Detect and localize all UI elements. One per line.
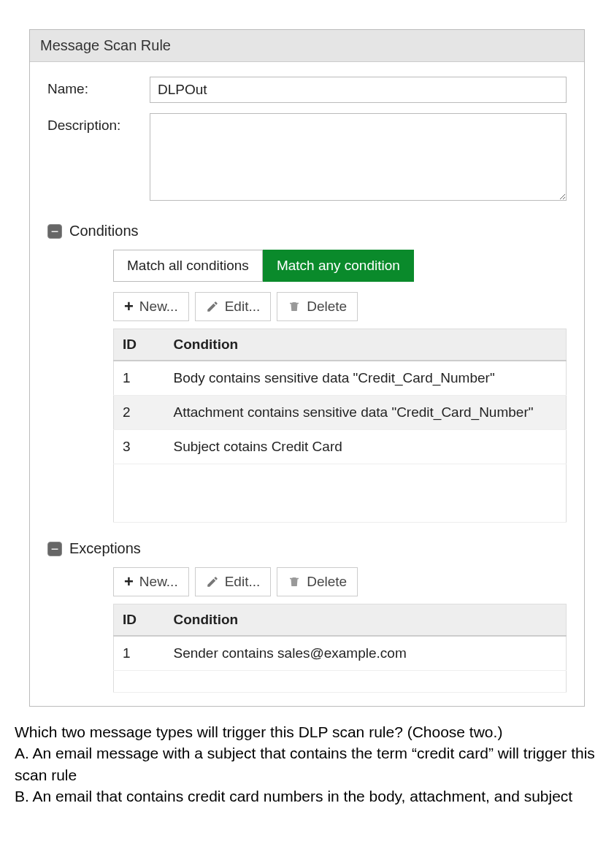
conditions-new-label: New... xyxy=(139,299,178,315)
cell-id: 1 xyxy=(114,636,165,671)
question-choice-b: B. An email that contains credit card nu… xyxy=(15,786,599,807)
conditions-section: − Conditions Match all conditions Match … xyxy=(30,218,584,536)
exceptions-new-button[interactable]: + New... xyxy=(113,567,189,596)
exceptions-table: ID Condition 1 Sender contains sales@exa… xyxy=(113,604,567,693)
table-row[interactable]: 1 Sender contains sales@example.com xyxy=(114,636,567,671)
plus-icon: + xyxy=(124,572,134,591)
match-mode-tabs: Match all conditions Match any condition xyxy=(113,250,567,282)
name-row: Name: xyxy=(47,77,567,103)
cell-condition: Sender contains sales@example.com xyxy=(165,636,567,671)
exceptions-delete-label: Delete xyxy=(307,574,347,590)
exceptions-body: + New... Edit... Delete xyxy=(113,567,567,693)
conditions-edit-button[interactable]: Edit... xyxy=(195,292,272,321)
cell-id: 3 xyxy=(114,430,165,464)
description-row: Description: xyxy=(47,113,567,201)
panel-title: Message Scan Rule xyxy=(30,30,584,62)
exceptions-header-row: ID Condition xyxy=(114,604,567,637)
trash-icon xyxy=(288,300,301,313)
conditions-delete-label: Delete xyxy=(307,299,347,315)
table-empty-space xyxy=(114,464,567,523)
exceptions-delete-button[interactable]: Delete xyxy=(277,567,358,596)
conditions-col-condition: Condition xyxy=(165,329,567,361)
exceptions-col-condition: Condition xyxy=(165,604,567,637)
name-label: Name: xyxy=(47,77,150,97)
question-block: Which two message types will trigger thi… xyxy=(15,721,599,807)
conditions-body: Match all conditions Match any condition… xyxy=(113,250,567,523)
cell-condition: Subject cotains Credit Card xyxy=(165,430,567,464)
pencil-icon xyxy=(206,300,219,313)
conditions-toolbar: + New... Edit... Delete xyxy=(113,292,567,321)
description-label: Description: xyxy=(47,113,150,134)
minus-icon[interactable]: − xyxy=(47,224,62,239)
exceptions-edit-label: Edit... xyxy=(225,574,261,590)
exceptions-title: Exceptions xyxy=(69,540,141,557)
table-row[interactable]: 1 Body contains sensitive data "Credit_C… xyxy=(114,361,567,396)
conditions-new-button[interactable]: + New... xyxy=(113,292,189,321)
conditions-title: Conditions xyxy=(69,223,139,239)
question-prompt: Which two message types will trigger thi… xyxy=(15,721,599,742)
conditions-edit-label: Edit... xyxy=(225,299,261,315)
trash-icon xyxy=(288,575,301,588)
description-input[interactable] xyxy=(150,113,567,201)
plus-icon: + xyxy=(124,297,134,316)
name-input[interactable] xyxy=(150,77,567,103)
tab-match-any[interactable]: Match any condition xyxy=(263,250,414,282)
exceptions-toolbar: + New... Edit... Delete xyxy=(113,567,567,596)
table-row[interactable]: 3 Subject cotains Credit Card xyxy=(114,430,567,464)
exceptions-col-id: ID xyxy=(114,604,165,637)
message-scan-rule-panel: Message Scan Rule Name: Description: − C… xyxy=(29,29,585,707)
minus-icon[interactable]: − xyxy=(47,542,62,556)
question-choice-a: A. An email message with a subject that … xyxy=(15,742,599,786)
conditions-header: − Conditions xyxy=(47,223,567,239)
exceptions-new-label: New... xyxy=(139,574,178,590)
exceptions-section: − Exceptions + New... Edit... xyxy=(30,536,584,706)
tab-match-all[interactable]: Match all conditions xyxy=(113,250,263,282)
table-row[interactable]: 2 Attachment contains sensitive data "Cr… xyxy=(114,396,567,430)
table-empty-space xyxy=(114,671,567,693)
conditions-col-id: ID xyxy=(114,329,165,361)
cell-id: 2 xyxy=(114,396,165,430)
exceptions-header: − Exceptions xyxy=(47,540,567,557)
conditions-delete-button[interactable]: Delete xyxy=(277,292,358,321)
form-area: Name: Description: xyxy=(30,62,584,218)
pencil-icon xyxy=(206,575,219,588)
cell-condition: Body contains sensitive data "Credit_Car… xyxy=(165,361,567,396)
conditions-table: ID Condition 1 Body contains sensitive d… xyxy=(113,329,567,523)
cell-id: 1 xyxy=(114,361,165,396)
exceptions-edit-button[interactable]: Edit... xyxy=(195,567,272,596)
conditions-header-row: ID Condition xyxy=(114,329,567,361)
cell-condition: Attachment contains sensitive data "Cred… xyxy=(165,396,567,430)
